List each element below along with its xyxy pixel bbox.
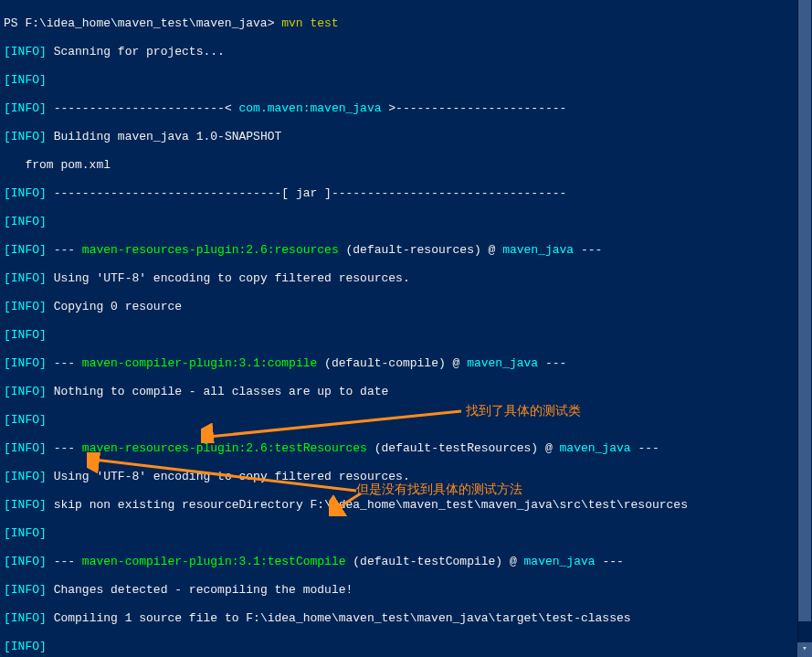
plugin-test-resources: maven-resources-plugin:2.6:testResources — [82, 441, 367, 455]
building-line: Building maven_java 1.0-SNAPSHOT — [47, 130, 281, 143]
plugin-compile: maven-compiler-plugin:3.1:compile — [82, 356, 317, 370]
scrollbar-thumb[interactable] — [798, 0, 811, 621]
plugin-test-compile: maven-compiler-plugin:3.1:testCompile — [82, 555, 346, 568]
command: mvn test — [281, 16, 338, 30]
annotation-found-test-class: 找到了具体的测试类 — [466, 404, 581, 419]
scrollbar-track[interactable]: ▾ — [797, 0, 812, 657]
scrollbar-down-button[interactable]: ▾ — [797, 642, 812, 657]
annotation-no-test-method: 但是没有找到具体的测试方法 — [356, 482, 522, 497]
prompt: PS F:\idea_home\maven_test\maven_java> — [4, 16, 281, 30]
terminal-output: PS F:\idea_home\maven_test\maven_java> m… — [4, 2, 808, 657]
plugin-resources: maven-resources-plugin:2.6:resources — [82, 243, 339, 257]
project-id: com.maven:maven_java — [238, 101, 381, 115]
info-tag: INFO — [11, 45, 39, 58]
